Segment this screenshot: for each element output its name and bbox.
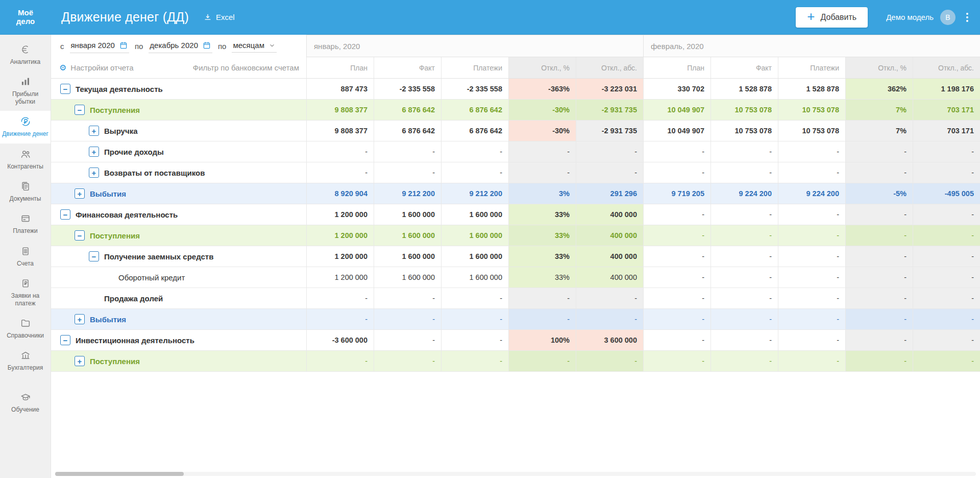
page-title: Движение денег (ДД) (61, 10, 189, 25)
column-header: Откл., абс. (913, 57, 980, 79)
month-headers: январь, 2020февраль, 2020 (306, 35, 980, 57)
sidebar-item-label: Счета (17, 260, 34, 267)
table-cell: - (913, 288, 980, 308)
table-row: +Выбытия---------- (51, 309, 980, 330)
table-cell: - (710, 267, 778, 288)
table-cell: - (441, 141, 508, 162)
table-cell: 1 600 000 (374, 225, 441, 246)
column-headers: ПланФактПлатежиОткл., %Откл., абс.ПланФа… (306, 57, 980, 79)
table-cell: - (643, 330, 710, 350)
date-to-input[interactable]: декабрь 2020 (149, 39, 212, 53)
table-cell: 1 198 176 (913, 79, 980, 99)
sidebar-item-label: Бухгалтерия (8, 364, 43, 371)
table-cell: - (710, 225, 778, 246)
sidebar-item-payments[interactable]: Платежи (0, 208, 51, 240)
table-cell: 8 920 904 (306, 183, 374, 204)
row-expand-toggle[interactable]: + (89, 147, 99, 157)
table-cell: - (374, 141, 441, 162)
table-cell: - (710, 309, 778, 329)
table-cell: 10 753 078 (710, 121, 778, 141)
table-cell: -363% (508, 79, 576, 99)
sidebar-item-payment-requests[interactable]: Заявки на платеж (0, 273, 51, 313)
table-cell: 1 200 000 (306, 204, 374, 225)
table-cell: 10 753 078 (778, 121, 845, 141)
row-name-cell: +Возвраты от поставщиков (51, 162, 306, 183)
table-cell: 9 808 377 (306, 100, 374, 120)
date-from-value: января 2020 (71, 41, 115, 50)
month-header: февраль, 2020 (643, 35, 980, 57)
profit-loss-icon (20, 76, 31, 87)
table-cell: - (845, 309, 913, 329)
table-cell: - (374, 162, 441, 183)
sidebar-item-invoices[interactable]: Счета (0, 241, 51, 273)
period-select[interactable]: месяцам (232, 39, 277, 53)
table-cell: 10 049 907 (643, 121, 710, 141)
table-cell: - (374, 330, 441, 350)
app-logo[interactable]: Моё дело (0, 9, 51, 26)
row-name-cell: −Поступления (51, 100, 306, 120)
sidebar-item-education[interactable]: Обучение (0, 387, 51, 419)
download-icon (203, 13, 212, 22)
table-row: +Выручка9 808 3776 876 6426 876 642-30%-… (51, 121, 980, 141)
sidebar-item-directories[interactable]: Справочники (0, 313, 51, 345)
app-shell: АналитикаПрибыли убыткиДвижение денегКон… (0, 35, 980, 478)
sidebar-item-counterparties[interactable]: Контрагенты (0, 144, 51, 176)
table-cell: 1 200 000 (306, 225, 374, 246)
education-icon (20, 392, 31, 403)
row-label: Получение заемных средств (104, 252, 213, 261)
row-name-cell: +Выбытия (51, 309, 306, 329)
row-collapse-toggle[interactable]: − (60, 209, 70, 220)
table-cell: 6 876 642 (441, 121, 508, 141)
table-cell: - (643, 288, 710, 308)
sidebar-item-accounting[interactable]: Бухгалтерия (0, 345, 51, 377)
table-cell: - (778, 309, 845, 329)
table-cell: - (710, 246, 778, 267)
table-cell: 1 600 000 (441, 246, 508, 267)
table-cell: - (374, 351, 441, 371)
row-name-cell: +Выбытия (51, 183, 306, 204)
row-label: Текущая деятельность (76, 85, 163, 93)
excel-export-button[interactable]: Excel (203, 13, 235, 22)
row-expand-toggle[interactable]: + (89, 168, 99, 178)
table-body: −Текущая деятельность887 473-2 335 558-2… (51, 79, 980, 372)
table-row: −Текущая деятельность887 473-2 335 558-2… (51, 79, 980, 100)
report-settings-button[interactable]: ⚙ Настройки отчета (59, 63, 134, 72)
bank-accounts-filter-button[interactable]: Фильтр по банковским счетам (193, 63, 299, 72)
horizontal-scrollbar[interactable] (55, 472, 976, 476)
table-cell: - (845, 225, 913, 246)
table-cell: 1 600 000 (441, 225, 508, 246)
sidebar-item-label: Аналитика (10, 58, 40, 65)
table-cell: - (643, 246, 710, 267)
table-cell: - (778, 162, 845, 183)
horizontal-scrollbar-thumb[interactable] (55, 472, 184, 476)
table-cell: - (306, 141, 374, 162)
row-collapse-toggle[interactable]: − (89, 251, 99, 261)
add-button[interactable]: + Добавить (796, 7, 868, 28)
table-cell: -30% (508, 100, 576, 120)
sidebar-item-profit-loss[interactable]: Прибыли убытки (0, 71, 51, 111)
date-from-input[interactable]: января 2020 (70, 39, 129, 53)
table-cell: 9 224 200 (778, 183, 845, 204)
row-expand-toggle[interactable]: + (75, 188, 85, 199)
row-collapse-toggle[interactable]: − (75, 105, 85, 115)
table-cell: 362% (845, 79, 913, 99)
overflow-menu-button[interactable] (964, 10, 971, 25)
row-collapse-toggle[interactable]: − (75, 230, 85, 241)
row-collapse-toggle[interactable]: − (60, 84, 70, 94)
row-expand-toggle[interactable]: + (75, 356, 85, 366)
column-header: Откл., абс. (576, 57, 643, 79)
sidebar-item-analytics[interactable]: Аналитика (0, 39, 51, 71)
invoices-icon (20, 246, 31, 257)
table-cell: 6 876 642 (374, 121, 441, 141)
table-cell: 400 000 (576, 267, 643, 288)
row-expand-toggle[interactable]: + (75, 314, 85, 324)
table-row: −Поступления1 200 0001 600 0001 600 0003… (51, 225, 980, 246)
user-account-menu[interactable]: Демо модель В (886, 10, 955, 25)
row-expand-toggle[interactable]: + (89, 126, 99, 136)
payments-icon (20, 213, 31, 224)
sidebar-item-documents[interactable]: Документы (0, 176, 51, 208)
table-cell: - (508, 141, 576, 162)
table-cell: 1 200 000 (306, 246, 374, 267)
sidebar-item-cash-flow[interactable]: Движение денег (0, 111, 51, 143)
row-collapse-toggle[interactable]: − (60, 335, 70, 345)
